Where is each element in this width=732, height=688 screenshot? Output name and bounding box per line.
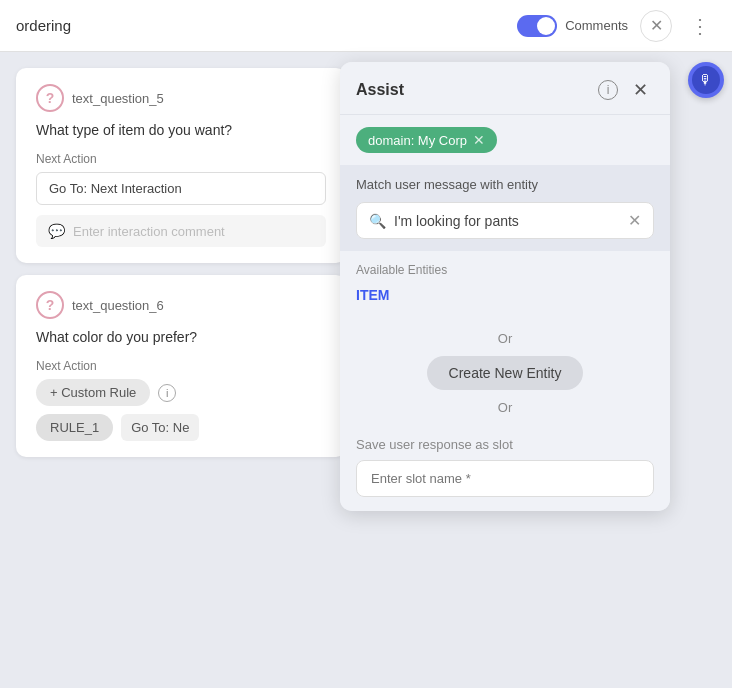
top-bar: ordering Comments ✕ ⋮ (0, 0, 732, 52)
slot-label: Save user response as slot (356, 437, 654, 452)
comment-icon: 💬 (48, 223, 65, 239)
assist-close-icon: ✕ (633, 79, 648, 101)
rule-chip: RULE_1 (36, 414, 113, 441)
match-label: Match user message with entity (356, 177, 654, 192)
more-options-button[interactable]: ⋮ (684, 10, 716, 42)
mic-icon: 🎙 (699, 72, 713, 88)
avatar: 🎙 (688, 62, 724, 98)
search-icon: 🔍 (369, 213, 386, 229)
main-content: ? text_question_5 What type of item do y… (0, 52, 732, 688)
card1-next-action-label: Next Action (36, 152, 326, 166)
entities-label: Available Entities (356, 263, 654, 277)
entity-item-item[interactable]: ITEM (356, 287, 654, 303)
rule-row: RULE_1 Go To: Ne (36, 414, 326, 441)
create-entity-button[interactable]: Create New Entity (427, 356, 584, 390)
slot-name-input[interactable] (356, 460, 654, 497)
assist-title: Assist (356, 81, 590, 99)
close-button[interactable]: ✕ (640, 10, 672, 42)
slot-section: Save user response as slot (340, 427, 670, 511)
card1-question: What type of item do you want? (36, 122, 326, 138)
question-card-1: ? text_question_5 What type of item do y… (16, 68, 346, 263)
assist-header: Assist i ✕ (340, 62, 670, 115)
card1-title: text_question_5 (72, 91, 164, 106)
match-section: Match user message with entity 🔍 ✕ (340, 165, 670, 251)
info-icon[interactable]: i (158, 384, 176, 402)
avatar-inner: 🎙 (692, 66, 720, 94)
or-text-1: Or (498, 331, 512, 346)
domain-chip: domain: My Corp ✕ (356, 127, 497, 153)
domain-chip-remove[interactable]: ✕ (473, 132, 485, 148)
search-input[interactable] (394, 213, 620, 229)
or-text-2: Or (498, 400, 512, 415)
domain-chip-row: domain: My Corp ✕ (340, 115, 670, 165)
dots-icon: ⋮ (690, 14, 710, 38)
custom-rule-button[interactable]: + Custom Rule (36, 379, 150, 406)
custom-rule-label: + Custom Rule (50, 385, 136, 400)
comments-toggle-wrap: Comments (517, 15, 628, 37)
canvas-area: ? text_question_5 What type of item do y… (0, 52, 732, 688)
entities-section: Available Entities ITEM (340, 251, 670, 323)
card1-comment-bar: 💬 Enter interaction comment (36, 215, 326, 247)
assist-info-icon[interactable]: i (598, 80, 618, 100)
assist-close-button[interactable]: ✕ (626, 76, 654, 104)
assist-panel: Assist i ✕ domain: My Corp ✕ Match user … (340, 62, 670, 511)
card2-header: ? text_question_6 (36, 291, 326, 319)
comments-toggle[interactable] (517, 15, 557, 37)
card2-next-action-label: Next Action (36, 359, 326, 373)
card2-title: text_question_6 (72, 298, 164, 313)
search-wrap: 🔍 ✕ (356, 202, 654, 239)
comments-label: Comments (565, 18, 628, 33)
card1-next-action-select[interactable]: Go To: Next Interaction (36, 172, 326, 205)
question-icon-2: ? (36, 291, 64, 319)
domain-chip-label: domain: My Corp (368, 133, 467, 148)
question-icon-1: ? (36, 84, 64, 112)
card2-question: What color do you prefer? (36, 329, 326, 345)
question-card-2: ? text_question_6 What color do you pref… (16, 275, 346, 457)
card1-header: ? text_question_5 (36, 84, 326, 112)
page-title: ordering (16, 17, 505, 34)
close-icon: ✕ (650, 16, 663, 35)
card2-next-action-row: + Custom Rule i (36, 379, 326, 406)
search-clear-button[interactable]: ✕ (628, 211, 641, 230)
goto-chip: Go To: Ne (121, 414, 199, 441)
card1-comment-placeholder: Enter interaction comment (73, 224, 225, 239)
or-create-section: Or Create New Entity Or (340, 323, 670, 427)
